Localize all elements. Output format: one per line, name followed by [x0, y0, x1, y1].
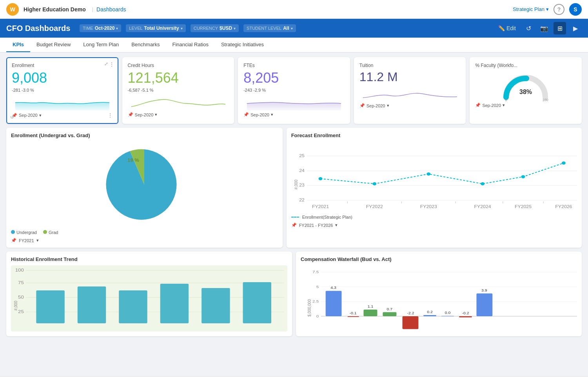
nav-separator: | [92, 6, 93, 12]
kpi-tuition-title: Tuition [359, 63, 461, 68]
help-button[interactable]: ? [554, 4, 564, 15]
svg-text:-0.1: -0.1 [350, 311, 357, 315]
tuition-sparkline [359, 86, 461, 102]
forecast-svg: 22 23 24 25 FY202 [307, 141, 577, 212]
level-filter[interactable]: LEVEL Total University ▾ [126, 24, 185, 32]
tab-strategic-initiatives[interactable]: Strategic Initiatives [215, 38, 270, 52]
svg-rect-43 [243, 282, 271, 323]
svg-rect-53 [326, 291, 342, 316]
pin-icon: 📌 [291, 223, 297, 228]
pie-legend: Undergrad Grad [11, 230, 278, 235]
currency-filter[interactable]: CURRENCY $USD ▾ [191, 24, 239, 32]
kpi-tuition[interactable]: Tuition 11.2 M 📌 Sep-2020 ▾ [354, 57, 466, 124]
svg-text:1.1: 1.1 [368, 304, 374, 308]
kpi-enrollment-delta: -281 -3.0 % [12, 88, 113, 92]
kpi-enrollment[interactable]: Enrollment ⤢ ⋮ 9,008 -281 -3.0 % [6, 57, 118, 124]
pin-icon: 📌 [128, 112, 133, 117]
svg-text:19 %: 19 % [127, 157, 139, 163]
svg-point-13 [318, 177, 322, 180]
kpi-faculty[interactable]: % Faculty (Workfo... 38% 0 100 📌 Sep-202… [470, 57, 582, 124]
pie-chart-footer[interactable]: 📌 FY2021 ▾ [11, 238, 278, 243]
top-navigation: W Higher Education Demo | Dashboards Str… [0, 0, 588, 19]
screenshot-button[interactable]: 📷 [538, 22, 550, 34]
app-name: Higher Education Demo [24, 6, 86, 13]
svg-rect-63 [423, 315, 436, 316]
pin-icon: 📌 [359, 103, 365, 108]
tab-financial-ratios[interactable]: Financial Ratios [166, 38, 215, 52]
kpi-faculty-date[interactable]: 📌 Sep-2020 ▾ [475, 103, 505, 108]
tab-budget-review[interactable]: Budget Review [30, 38, 77, 52]
edit-button[interactable]: ✏️ Edit [495, 24, 519, 33]
waterfall-svg: 7.5 5 2.5 0 4.3 -0.1 1.1 0.7 [321, 268, 577, 327]
edit-icon: ✏️ [498, 25, 505, 31]
level-filter-arrow: ▾ [181, 26, 183, 31]
svg-rect-41 [160, 284, 189, 323]
kpi-footer-menu[interactable]: ⋮ [107, 112, 113, 118]
pin-icon: 📌 [11, 238, 16, 243]
tab-kpis[interactable]: KPIs [6, 38, 30, 52]
kpi-credit-hours-footer: 📌 Sep-2020 ▾ [128, 112, 229, 117]
tab-long-term-plan[interactable]: Long Term Plan [77, 38, 125, 52]
svg-rect-42 [201, 288, 230, 323]
svg-text:FY2024: FY2024 [474, 205, 491, 209]
grid-icon: ⊞ [557, 25, 563, 32]
kpi-ftes-title: FTEs [243, 63, 345, 68]
user-avatar[interactable]: S [569, 3, 582, 16]
header-actions: ✏️ Edit ↺ 📷 ⊞ ▶ [495, 22, 582, 34]
pie-svg: 81 % 19 % [105, 145, 183, 224]
time-filter[interactable]: TIME Oct-2020 ▾ [80, 24, 121, 32]
svg-text:25: 25 [18, 310, 24, 314]
expand-icon[interactable]: ⤢ [104, 61, 108, 67]
video-icon: ▶ [573, 25, 578, 32]
svg-text:FY2026: FY2026 [555, 205, 572, 209]
kpi-credit-hours-date[interactable]: 📌 Sep-2020 ▾ [128, 112, 158, 117]
svg-text:81 %: 81 % [146, 172, 158, 178]
date-arrow: ▾ [155, 112, 157, 117]
svg-text:4.3: 4.3 [330, 286, 336, 290]
refresh-button[interactable]: ↺ [522, 22, 535, 34]
menu-icon[interactable]: ⋮ [109, 61, 114, 67]
header-bar: CFO Dashboards TIME Oct-2020 ▾ LEVEL Tot… [0, 19, 588, 38]
kpi-refresh-icon[interactable]: ↺ [10, 114, 14, 120]
student-level-filter[interactable]: STUDENT LEVEL All ▾ [243, 24, 296, 32]
svg-point-15 [426, 172, 430, 176]
kpi-credit-hours[interactable]: Credit Hours 121,564 -6,587 -5.1 % 📌 Sep… [122, 57, 234, 124]
svg-point-16 [481, 182, 485, 185]
waterfall-y-axis-label: $,000,000 [307, 299, 312, 317]
svg-rect-39 [78, 286, 106, 323]
video-button[interactable]: ▶ [569, 22, 582, 34]
forecast-chart-title: Forecast Enrollment [291, 132, 577, 138]
camera-icon: 📷 [540, 25, 548, 32]
waterfall-chart-title: Compensation Waterfall (Bud vs. Act) [301, 256, 577, 262]
svg-rect-38 [36, 290, 64, 323]
tabs-bar: KPIs Budget Review Long Term Plan Benchm… [0, 38, 588, 53]
svg-text:5: 5 [316, 285, 319, 289]
svg-text:7.5: 7.5 [312, 270, 319, 274]
svg-text:0.2: 0.2 [427, 310, 433, 314]
forecast-chart-footer[interactable]: 📌 FY2021 - FY2026 ▾ [291, 223, 577, 228]
date-arrow: ▾ [335, 223, 338, 228]
kpi-enrollment-date[interactable]: 📌 Sep-2020 ▾ [12, 113, 42, 118]
strategic-plan-selector[interactable]: Strategic Plan ▾ [513, 6, 549, 12]
kpi-ftes-date[interactable]: 📌 Sep-2020 ▾ [243, 112, 273, 117]
y-axis-label: #,000 [294, 179, 298, 189]
kpi-tuition-date[interactable]: 📌 Sep-2020 ▾ [359, 103, 389, 108]
bottom-row: Historical Enrollment Trend #,000 100 75… [6, 252, 582, 336]
nav-section[interactable]: Dashboards [96, 6, 126, 13]
kpi-credit-hours-title: Credit Hours [128, 63, 229, 68]
forecast-line-chart: Forecast Enrollment #,000 22 23 24 25 [287, 128, 582, 248]
svg-text:3.9: 3.9 [481, 288, 487, 292]
tab-benchmarks[interactable]: Benchmarks [125, 38, 166, 52]
kpi-tuition-value: 11.2 M [359, 70, 461, 84]
student-filter-arrow: ▾ [291, 26, 293, 31]
kpi-ftes-footer: 📌 Sep-2020 ▾ [243, 112, 345, 117]
svg-text:24: 24 [299, 169, 305, 173]
svg-rect-57 [363, 310, 377, 316]
kpi-ftes[interactable]: FTEs 8,205 -243 -2.9 % 📌 [238, 57, 350, 124]
pie-chart-title: Enrollment (Undergrad vs. Grad) [11, 132, 278, 138]
top-nav-right: Strategic Plan ▾ ? S [513, 3, 582, 16]
svg-text:FY2022: FY2022 [366, 205, 383, 209]
plan-arrow-icon: ▾ [546, 6, 549, 12]
grid-view-button[interactable]: ⊞ [554, 22, 566, 34]
svg-text:FY2021: FY2021 [312, 205, 329, 209]
